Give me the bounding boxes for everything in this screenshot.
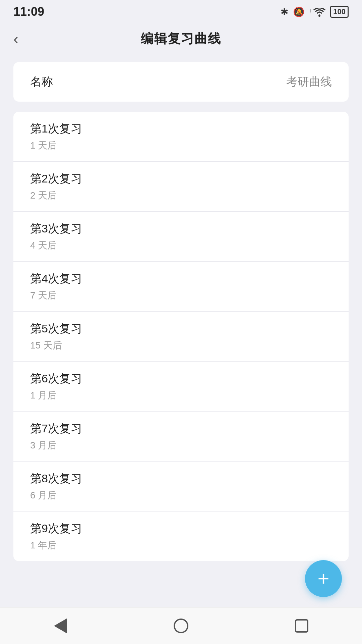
review-item-subtitle: 2 天后 — [30, 189, 332, 202]
review-item-subtitle: 4 天后 — [30, 239, 332, 252]
review-item-title: 第2次复习 — [30, 171, 332, 186]
review-item[interactable]: 第7次复习3 月后 — [13, 412, 349, 462]
name-label: 名称 — [30, 74, 53, 90]
svg-point-0 — [318, 15, 320, 17]
review-list: 第1次复习1 天后第2次复习2 天后第3次复习4 天后第4次复习7 天后第5次复… — [13, 112, 349, 561]
review-item-title: 第9次复习 — [30, 521, 332, 536]
review-item[interactable]: 第3次复习4 天后 — [13, 212, 349, 262]
battery-icon: 100 — [330, 6, 349, 18]
plus-icon: + — [317, 569, 329, 589]
navigation-bar — [0, 607, 362, 644]
review-item-title: 第7次复习 — [30, 421, 332, 436]
review-item-subtitle: 1 年后 — [30, 539, 332, 552]
bluetooth-icon: ✱ — [281, 6, 288, 17]
page-header: ‹ 编辑复习曲线 — [0, 22, 362, 55]
review-item[interactable]: 第8次复习6 月后 — [13, 462, 349, 512]
review-item-subtitle: 3 月后 — [30, 439, 332, 452]
review-item-subtitle: 6 月后 — [30, 489, 332, 502]
add-button[interactable]: + — [305, 560, 342, 597]
review-item-title: 第4次复习 — [30, 271, 332, 286]
mute-icon: 🔕 — [293, 6, 305, 17]
status-time: 11:09 — [13, 5, 44, 19]
review-item-subtitle: 1 天后 — [30, 139, 332, 152]
recents-nav-button[interactable] — [288, 612, 315, 639]
page-title: 编辑复习曲线 — [141, 30, 221, 47]
review-item-subtitle: 7 天后 — [30, 289, 332, 302]
status-bar: 11:09 ✱ 🔕 ᵎ 100 — [0, 0, 362, 22]
review-item[interactable]: 第1次复习1 天后 — [13, 112, 349, 162]
back-nav-icon — [54, 619, 67, 633]
review-item-title: 第3次复习 — [30, 221, 332, 236]
back-button[interactable]: ‹ — [13, 32, 18, 46]
review-item[interactable]: 第5次复习15 天后 — [13, 312, 349, 362]
review-item-title: 第1次复习 — [30, 121, 332, 137]
review-item[interactable]: 第6次复习1 月后 — [13, 362, 349, 412]
review-item-title: 第5次复习 — [30, 321, 332, 336]
review-item-subtitle: 15 天后 — [30, 339, 332, 352]
review-item-subtitle: 1 月后 — [30, 389, 332, 402]
wifi-icon: ᵎ — [309, 6, 326, 17]
recents-nav-icon — [295, 619, 308, 633]
status-icons: ✱ 🔕 ᵎ 100 — [281, 6, 349, 18]
back-nav-button[interactable] — [47, 612, 74, 639]
review-item-title: 第6次复习 — [30, 371, 332, 386]
review-item[interactable]: 第9次复习1 年后 — [13, 512, 349, 561]
name-card[interactable]: 名称 考研曲线 — [13, 62, 349, 102]
review-item-title: 第8次复习 — [30, 471, 332, 486]
review-item[interactable]: 第4次复习7 天后 — [13, 262, 349, 312]
home-nav-icon — [174, 619, 188, 633]
review-item[interactable]: 第2次复习2 天后 — [13, 162, 349, 212]
home-nav-button[interactable] — [168, 612, 194, 639]
name-value: 考研曲线 — [286, 74, 332, 90]
